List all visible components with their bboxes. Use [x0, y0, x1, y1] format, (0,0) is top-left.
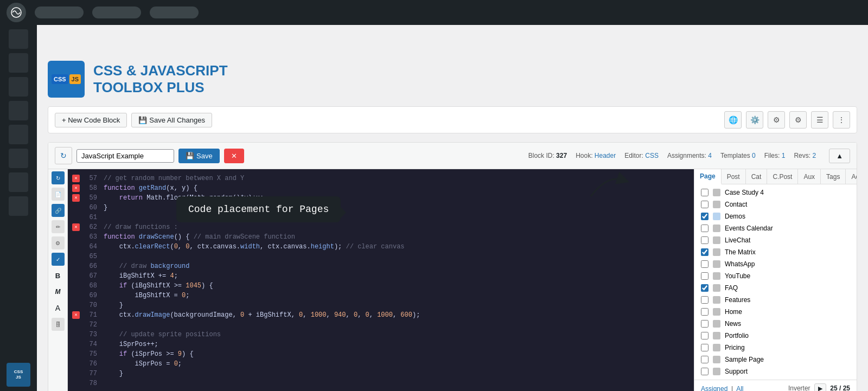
plugin-title-text: CSS & JAVASCRIPT TOOLBOX PLUS [93, 62, 228, 96]
all-link[interactable]: All [736, 385, 743, 392]
save-button[interactable]: 💾 Save [178, 149, 220, 163]
editor-value-link[interactable]: CSS [645, 152, 659, 159]
tab-cat[interactable]: Cat [746, 169, 768, 184]
tab-tags[interactable]: Tags [821, 169, 846, 184]
assignment-item-14[interactable]: Sample Page [694, 354, 857, 366]
assignment-checkbox-15[interactable] [701, 368, 709, 375]
assignment-item-15[interactable]: Support [694, 366, 857, 377]
block-id-value: 327 [556, 152, 567, 159]
files-value-link[interactable]: 1 [782, 152, 786, 159]
assignment-checkbox-4[interactable] [701, 236, 709, 244]
columns2-icon-btn[interactable]: ⋮ [833, 111, 850, 129]
assignment-item-10[interactable]: Home [694, 306, 857, 318]
code-line-76: 76 iSprPos = 0; [68, 359, 694, 369]
sidebar-item-appearance[interactable] [9, 149, 28, 168]
block-name-input[interactable] [76, 149, 174, 163]
assignment-checkbox-0[interactable] [701, 189, 709, 196]
sidebar-item-comments[interactable] [9, 125, 28, 144]
assignment-item-1[interactable]: Contact [694, 198, 857, 210]
assignment-item-4[interactable]: LiveChat [694, 234, 857, 246]
error-icon-57: ✕ [72, 175, 80, 182]
editor-icon-check[interactable]: ✓ [52, 253, 65, 266]
assignments-value-link[interactable]: 4 [708, 152, 712, 159]
sidebar-item-dashboard[interactable] [9, 29, 28, 49]
sidebar-item-media[interactable] [9, 77, 28, 97]
templates-value-link[interactable]: 0 [752, 152, 756, 159]
assignment-checkbox-12[interactable] [701, 332, 709, 339]
editor-icon-pencil[interactable]: ✏ [52, 220, 65, 233]
assignment-checkbox-6[interactable] [701, 260, 709, 268]
editor-icon-link[interactable]: 🔗 [52, 204, 65, 217]
editor-icon-bold-b[interactable]: B [52, 269, 65, 282]
sidebar-item-plugins[interactable] [9, 172, 28, 192]
globe-icon-btn[interactable]: 🌐 [724, 111, 742, 129]
assignment-item-11[interactable]: News [694, 318, 857, 330]
page-label-9: Features [725, 296, 750, 304]
sidebar-item-posts[interactable] [9, 53, 28, 73]
new-code-block-button[interactable]: + New Code Block [55, 113, 127, 127]
gear2-icon-btn[interactable]: ⚙ [768, 111, 785, 129]
editor-icon-font-a[interactable]: A [52, 302, 65, 315]
nav-arrow-btn[interactable]: ▶ [814, 383, 826, 391]
assignment-item-7[interactable]: YouTube [694, 270, 857, 282]
close-button[interactable]: ✕ [224, 149, 244, 163]
assignment-checkbox-1[interactable] [701, 201, 709, 208]
sidebar-item-pages[interactable] [9, 101, 28, 120]
assignment-checkbox-10[interactable] [701, 308, 709, 316]
collapse-button[interactable]: ▲ [829, 149, 850, 163]
assignment-checkbox-11[interactable] [701, 320, 709, 328]
tab-cpost[interactable]: C.Post [767, 169, 798, 184]
assignment-checkbox-14[interactable] [701, 356, 709, 363]
tab-post[interactable]: Post [722, 169, 746, 184]
page-label-4: LiveChat [725, 236, 750, 244]
hook-value-link[interactable]: Header [595, 152, 616, 159]
page-dot-14 [713, 356, 720, 363]
assigned-link[interactable]: Assigned [701, 385, 727, 392]
editor-icon-bold-m[interactable]: M [52, 285, 65, 298]
assignment-item-0[interactable]: Case Study 4 [694, 187, 857, 198]
editor-icon-gear[interactable]: ⚙ [52, 236, 65, 249]
assignment-item-3[interactable]: Events Calendar [694, 222, 857, 234]
code-line-70: 70 } [68, 300, 694, 310]
code-line-63: 63 function drawScene() { // main drawSc… [68, 232, 694, 242]
tab-page[interactable]: Page [694, 169, 722, 184]
admin-bar-item-1[interactable] [35, 7, 84, 18]
assignment-checkbox-5[interactable] [701, 248, 709, 256]
editor-icon-page[interactable]: 📄 [52, 188, 65, 201]
assignment-item-8[interactable]: FAQ [694, 282, 857, 294]
assignment-item-13[interactable]: Pricing [694, 342, 857, 354]
placement-tooltip: Code placement for Pages [176, 196, 341, 222]
columns-icon-btn[interactable]: ☰ [811, 111, 828, 129]
editor-icon-database[interactable]: 🗄 [52, 318, 65, 331]
assignment-checkbox-7[interactable] [701, 272, 709, 280]
admin-bar [0, 0, 868, 25]
editor-icon-sync[interactable]: ↻ [52, 171, 65, 184]
assignment-item-12[interactable]: Portfolio [694, 330, 857, 342]
save-icon: 💾 [138, 116, 147, 124]
wp-logo[interactable] [7, 3, 26, 22]
admin-bar-item-3[interactable] [150, 7, 199, 18]
assignment-checkbox-13[interactable] [701, 344, 709, 351]
admin-bar-item-2[interactable] [92, 7, 141, 18]
revs-value-link[interactable]: 2 [812, 152, 816, 159]
gear-icon-btn[interactable]: ⚙️ [746, 111, 763, 129]
page-dot-11 [713, 320, 720, 328]
sidebar-item-users[interactable] [9, 196, 28, 216]
assignment-checkbox-3[interactable] [701, 225, 709, 232]
page-label-15: Support [725, 368, 748, 375]
refresh-icon-btn[interactable]: ↻ [55, 147, 72, 164]
tab-adv[interactable]: Adv [846, 169, 857, 184]
assignment-checkbox-9[interactable] [701, 296, 709, 304]
page-label-6: WhatsApp [725, 260, 755, 268]
save-all-changes-button[interactable]: 💾 Save All Changes [131, 113, 212, 127]
assignment-item-6[interactable]: WhatsApp [694, 258, 857, 270]
assignment-item-9[interactable]: Features [694, 294, 857, 306]
assignment-item-5[interactable]: The Matrix [694, 246, 857, 258]
gear3-icon-btn[interactable]: ⚙ [789, 111, 807, 129]
assignment-checkbox-2[interactable] [701, 213, 709, 220]
assignment-item-2[interactable]: Demos [694, 210, 857, 222]
code-editor[interactable]: Code placement for Pages ✕ [68, 169, 694, 391]
tab-aux[interactable]: Aux [798, 169, 821, 184]
sidebar-plugin-csstoolbox[interactable]: CSSJS [7, 363, 30, 387]
assignment-checkbox-8[interactable] [701, 284, 709, 292]
